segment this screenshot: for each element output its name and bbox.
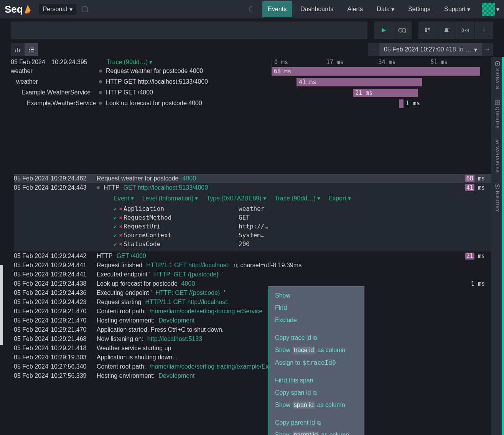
- chevron-down-icon: ▾: [467, 6, 470, 13]
- event-row[interactable]: 05 Feb 202410:29:21.470Content root path…: [14, 307, 491, 316]
- event-time: 10:29:24.441: [51, 271, 97, 278]
- span-row[interactable]: weatherHTTP GET http://localhost:5133/40…: [0, 76, 491, 87]
- query-input[interactable]: [11, 22, 367, 39]
- event-row[interactable]: 05 Feb 202410:27:56.340Content root path…: [14, 362, 491, 371]
- event-row[interactable]: 05 Feb 202410:29:24.438Look up forecast …: [14, 279, 491, 288]
- exclude-icon[interactable]: ✖: [119, 241, 122, 247]
- time-prev-button[interactable]: ←: [368, 43, 379, 56]
- dd-show-trace-col[interactable]: Show trace id as column: [269, 344, 364, 356]
- event-time: 10:29:21.470: [51, 326, 97, 333]
- event-row[interactable]: 05 Feb 202410:29:24.442HTTP GET /400021 …: [14, 251, 491, 261]
- event-row[interactable]: 05 Feb 202410:29:21.468Now listening on:…: [14, 334, 491, 344]
- list-view-button[interactable]: [25, 43, 38, 56]
- exclude-icon[interactable]: ✖: [119, 215, 122, 221]
- event-date: 05 Feb 2024: [14, 372, 51, 379]
- event-row[interactable]: 05 Feb 202410:29:21.418Weather service s…: [14, 344, 491, 353]
- event-time: 10:29:24.438: [51, 280, 97, 287]
- event-filter[interactable]: Event ▾: [114, 195, 134, 202]
- nav-events[interactable]: Events: [262, 1, 292, 17]
- bullet-icon: [99, 80, 102, 83]
- sidebar-variables[interactable]: $ VARIABLES: [494, 139, 501, 173]
- event-row[interactable]: 05 Feb 202410:29:24.443HTTP GET http://l…: [14, 183, 491, 192]
- nav-dashboards[interactable]: Dashboards: [295, 1, 339, 17]
- event-time: 10:29:21.470: [51, 308, 97, 315]
- dd-find[interactable]: Find: [269, 302, 364, 314]
- span-bar[interactable]: 41 ms: [296, 78, 422, 86]
- span-row[interactable]: weatherRequest weather for postcode 4000…: [0, 66, 491, 76]
- event-row[interactable]: 05 Feb 202410:29:21.470Hosting environme…: [14, 316, 491, 325]
- dollar-icon: $: [494, 139, 501, 145]
- span-bar[interactable]: 68 ms: [272, 67, 480, 76]
- chevron-down-icon: ▾: [149, 58, 152, 66]
- add-alert-button[interactable]: +: [437, 22, 456, 39]
- event-time: 10:29:21.418: [51, 345, 97, 352]
- include-icon[interactable]: ✔: [114, 232, 117, 238]
- sidebar-history[interactable]: HISTORY: [494, 183, 501, 212]
- chevron-down-icon: ▾: [195, 195, 198, 202]
- dd-show-parent-col[interactable]: Show parent id as column: [269, 429, 364, 435]
- prop-key: SourceContext: [124, 232, 239, 239]
- span-bar[interactable]: 21 ms: [353, 89, 418, 97]
- event-row[interactable]: 05 Feb 202410:29:24.441Executed endpoint…: [14, 270, 491, 279]
- dd-exclude[interactable]: Exclude: [269, 314, 364, 326]
- trace-filter[interactable]: Trace (90dd…) ▾: [275, 195, 320, 202]
- event-date: 05 Feb 2024: [14, 317, 51, 324]
- dd-find-span[interactable]: Find this span: [269, 374, 364, 387]
- nav-alerts[interactable]: Alerts: [342, 1, 368, 17]
- dd-show[interactable]: Show: [269, 289, 364, 302]
- nav-data[interactable]: Data▾: [371, 1, 400, 18]
- export-menu[interactable]: Export ▾: [329, 195, 351, 202]
- include-icon[interactable]: ✔: [114, 206, 117, 212]
- nav-settings[interactable]: Settings: [403, 1, 436, 17]
- more-button[interactable]: ⋮: [475, 22, 493, 39]
- event-row[interactable]: 05 Feb 202410:29:19.303Application is sh…: [14, 353, 491, 362]
- tick: 17 ms: [324, 59, 376, 66]
- add-signal-button[interactable]: +: [418, 22, 437, 39]
- include-icon[interactable]: ✔: [114, 215, 117, 221]
- sidebar-queries[interactable]: QUERIES: [494, 99, 501, 129]
- event-time: 10:29:21.468: [51, 336, 97, 342]
- event-date: 05 Feb 2024: [14, 184, 51, 191]
- event-date: 05 Feb 2024: [14, 308, 51, 315]
- span-bar[interactable]: [399, 99, 404, 108]
- time-next-button[interactable]: →: [482, 43, 493, 56]
- event-row[interactable]: 05 Feb 202410:29:24.436Executing endpoin…: [14, 288, 491, 298]
- event-row[interactable]: 05 Feb 202410:29:24.423Request starting …: [14, 298, 491, 307]
- bullet-icon: [97, 186, 100, 189]
- event-row[interactable]: 05 Feb 202410:29:24.462Request weather f…: [14, 174, 491, 183]
- type-filter[interactable]: Type (0x07A2BE89) ▾: [206, 195, 266, 202]
- exclude-icon[interactable]: ✖: [119, 232, 122, 238]
- exclude-icon[interactable]: ✖: [119, 223, 122, 230]
- run-button[interactable]: [374, 22, 393, 39]
- level-filter[interactable]: Level (Information) ▾: [142, 195, 198, 202]
- theme-toggle-icon[interactable]: [249, 5, 256, 13]
- dd-copy-trace[interactable]: Copy trace id⧉: [269, 332, 364, 344]
- dd-show-span-col[interactable]: Show span id as column: [269, 399, 364, 411]
- tail-button[interactable]: [393, 22, 412, 39]
- time-range-picker[interactable]: 05 Feb 2024 10:27:00.418 to … ▾: [379, 43, 482, 56]
- event-date: 05 Feb 2024: [14, 299, 51, 306]
- sidebar-signals[interactable]: SIGNALS: [494, 61, 501, 89]
- dd-copy-span[interactable]: Copy span id⧉: [269, 387, 364, 399]
- tick: 51 ms: [428, 59, 480, 66]
- exclude-icon[interactable]: ✖: [119, 206, 122, 212]
- trace-link[interactable]: Trace (90dd…) ▾: [107, 58, 272, 66]
- event-row[interactable]: 05 Feb 202410:29:24.441Request finished …: [14, 261, 491, 270]
- span-row[interactable]: Example.WeatherServiceHTTP GET /400021 m…: [0, 87, 491, 98]
- workspace-picker[interactable]: Personal ▾: [39, 4, 76, 15]
- span-row[interactable]: Example.WeatherServiceLook up forecast f…: [0, 98, 491, 109]
- dd-copy-parent[interactable]: Copy parent id⧉: [269, 417, 364, 429]
- save-icon[interactable]: [82, 6, 89, 13]
- event-row[interactable]: 05 Feb 202410:29:21.470Application start…: [14, 325, 491, 334]
- span-bar-cell: 1 ms: [272, 99, 480, 108]
- include-icon[interactable]: ✔: [114, 241, 117, 247]
- user-menu[interactable]: ▾: [482, 3, 499, 16]
- stream-button[interactable]: [456, 22, 474, 39]
- chart-view-button[interactable]: [11, 43, 25, 56]
- include-icon[interactable]: ✔: [114, 223, 117, 230]
- dd-assign[interactable]: Assign to $traceId0: [269, 356, 364, 369]
- event-row[interactable]: 05 Feb 202410:27:56.339Hosting environme…: [14, 371, 491, 380]
- time-nav: ← 05 Feb 2024 10:27:00.418 to … ▾ →: [368, 43, 493, 56]
- nav-support[interactable]: Support▾: [439, 1, 476, 18]
- svg-point-12: [465, 30, 466, 31]
